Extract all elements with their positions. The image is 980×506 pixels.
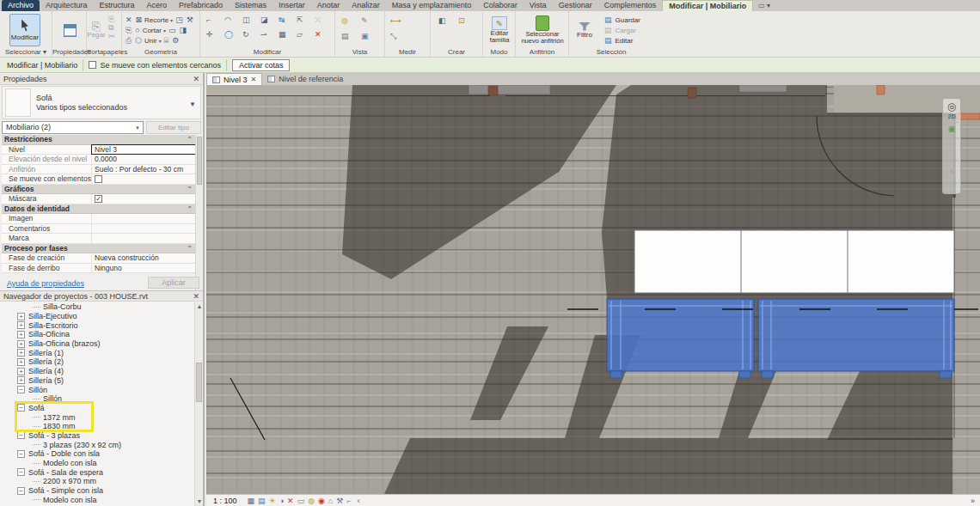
dropdown-caret-icon[interactable]: ▾ <box>170 17 173 23</box>
rotate-icon[interactable]: ↻ <box>242 30 260 45</box>
tree-item-3-plazas-230-x-92-cm[interactable]: 3 plazas (230 x 92 cm) <box>0 440 194 449</box>
ribbon-tab-prefabricado[interactable]: Prefabricado <box>173 0 229 11</box>
prop-value-máscara[interactable]: ✓ <box>92 194 196 204</box>
ribbon-tab-arquitectura[interactable]: Arquitectura <box>40 0 94 11</box>
tree-item-silla-corbu[interactable]: Silla-Corbu <box>0 302 194 312</box>
view-tab-nivel-de-referencia[interactable]: Nivel de referencia <box>262 73 348 85</box>
collapse-icon[interactable]: − <box>17 404 25 412</box>
cutaway-icon[interactable]: ▤ <box>340 32 360 47</box>
geo-icon[interactable]: ⎘ <box>125 26 132 34</box>
tree-item-silla-oficina-brazos[interactable]: +Silla-Oficina (brazos) <box>0 339 194 349</box>
tree-item-sofá-3-plazas[interactable]: −Sofá - 3 plazas <box>0 431 194 441</box>
ribbon-display-toggle-icon[interactable]: ▭ ▾ <box>758 0 770 11</box>
ribbon-tab-complementos[interactable]: Complementos <box>598 0 663 11</box>
prop-group-gráficos[interactable]: Gráficos⌃ <box>2 185 196 195</box>
prop-checkbox-máscara[interactable]: ✓ <box>95 195 102 203</box>
table-elements[interactable] <box>634 230 954 293</box>
selected-sofa-right[interactable] <box>758 299 954 378</box>
prop-value-anfitrión[interactable]: Suelo : Por defecto - 30 cm <box>92 165 196 174</box>
unpin-icon[interactable]: ⤫ <box>314 15 332 30</box>
delete-icon[interactable]: ✕ <box>314 30 332 45</box>
ribbon-tab-anotar[interactable]: Anotar <box>311 0 346 11</box>
expand-icon[interactable]: + <box>17 340 25 348</box>
constraints-icon[interactable]: ⌐ <box>346 497 351 505</box>
view-properties-icon[interactable]: ⌂ <box>328 497 333 505</box>
ribbon-tab-estructura[interactable]: Estructura <box>94 0 141 11</box>
array-icon[interactable]: ▦ <box>278 30 296 45</box>
modificar-button[interactable]: Modificar <box>9 14 40 46</box>
browser-header[interactable]: Navegador de proyectos - 003 HOUSE.rvt ✕ <box>0 290 203 302</box>
tree-item-silla-escritorio[interactable]: +Silla-Escritorio <box>0 320 194 330</box>
cortar-button[interactable]: Cortar <box>143 27 162 34</box>
prop-value-elevación-desde-el-nivel[interactable]: 0.0000 <box>92 155 196 164</box>
dropdown-caret-icon[interactable]: ▾ <box>163 27 166 34</box>
prop-value-comentarios[interactable] <box>92 224 196 234</box>
scale-icon[interactable]: ▱ <box>296 30 314 45</box>
ribbon-tab-modificar-mobiliario[interactable]: Modificar | Mobiliario <box>662 0 753 11</box>
collapse-icon[interactable]: − <box>17 386 25 393</box>
properties-scroll-thumb[interactable] <box>197 137 202 185</box>
tree-item-silla-oficina[interactable]: +Silla-Oficina <box>0 330 194 339</box>
tree-item-sofá-simple-con-isla[interactable]: −Sofá - Simple con isla <box>0 486 194 496</box>
geo-icon[interactable]: ⬡ <box>134 36 143 45</box>
tree-item-sofá-doble-con-isla[interactable]: −Sofá - Doble con isla <box>0 449 194 459</box>
tree-item-sillería-4[interactable]: +Sillería (4) <box>0 367 194 376</box>
tree-item-sillería-1[interactable]: +Sillería (1) <box>0 348 194 357</box>
geo-icon[interactable]: ⎙ <box>125 36 132 45</box>
lightbulb-icon[interactable]: ◍ <box>340 16 360 32</box>
activar-cotas-button[interactable]: Activar cotas <box>232 59 291 71</box>
nuevo-anfitrion-button[interactable]: Seleccionar nuevo anfitrión <box>520 14 565 46</box>
split-icon[interactable]: ⇱ <box>296 15 314 30</box>
linework-icon[interactable]: ✎ <box>360 16 380 32</box>
scroll-up-icon[interactable]: ▲ <box>195 302 204 311</box>
cargar-seleccion-button[interactable]: ▤Cargar <box>603 25 652 35</box>
ribbon-tab-masa-y-emplazamiento[interactable]: Masa y emplazamiento <box>386 0 478 11</box>
tree-item-1372-mm[interactable]: 1372 mm <box>0 412 194 422</box>
view-tab-close-icon[interactable]: ✕ <box>251 76 257 83</box>
ribbon-tab-sistemas[interactable]: Sistemas <box>229 0 273 11</box>
apply-button[interactable]: Aplicar <box>148 277 199 289</box>
editar-tipo-button[interactable]: Editar tipo <box>146 121 201 134</box>
mirror-axis-icon[interactable]: ◫ <box>242 15 260 30</box>
steering-wheel-icon[interactable]: ◎ <box>947 101 956 112</box>
browser-scrollbar[interactable]: ▲ ▼ <box>194 302 203 506</box>
move-icon[interactable]: ✛ <box>205 30 224 45</box>
trim-icon[interactable]: ⇀ <box>260 30 278 45</box>
scale-button[interactable]: 1 : 100 <box>213 497 237 505</box>
element-filter-combo[interactable]: Mobiliario (2) ▼ <box>2 121 144 134</box>
ribbon-tab-vista[interactable]: Vista <box>524 0 553 11</box>
geo-icon[interactable]: ⚒ <box>186 15 194 24</box>
selected-sofa-left[interactable] <box>607 299 754 378</box>
geo-icon[interactable]: ▭ <box>168 26 177 34</box>
editar-seleccion-button[interactable]: ▤Editar <box>603 35 652 46</box>
clipboard-icon-1[interactable]: ⧉ <box>107 23 114 32</box>
geo-icon[interactable]: ○ <box>134 26 140 34</box>
properties-header[interactable]: Propiedades ✕ <box>0 74 203 85</box>
moves-with-nearby-checkbox[interactable] <box>89 61 96 69</box>
expand-icon[interactable]: + <box>17 321 25 329</box>
ruler-icon[interactable]: ⟷ <box>389 16 419 32</box>
scroll-down-icon[interactable]: ▼ <box>195 497 204 506</box>
prop-value-nivel[interactable]: Nivel 3 <box>92 145 196 155</box>
collapse-icon[interactable]: − <box>17 468 25 476</box>
tree-item-1830-mm[interactable]: 1830 mm <box>0 422 194 431</box>
collapse-bar-icon[interactable]: ‹ <box>358 497 360 505</box>
detail-level-icon[interactable]: ▦ <box>248 497 255 505</box>
tree-item-2200-x-970-mm[interactable]: 2200 x 970 mm <box>0 477 194 486</box>
browser-scroll-thumb[interactable] <box>196 363 202 402</box>
prop-value-imagen[interactable] <box>92 214 196 223</box>
drawing-viewport[interactable]: ◎ 2D ▣ ▫ <box>206 85 980 494</box>
collapse-icon[interactable]: − <box>17 487 25 495</box>
ribbon-tab-archivo[interactable]: Archivo <box>2 0 40 11</box>
filtro-button[interactable]: Filtro <box>571 14 598 46</box>
model-line[interactable] <box>230 378 265 440</box>
ribbon-tab-colaborar[interactable]: Colaborar <box>477 0 524 11</box>
assembly-icon[interactable]: ⊡ <box>457 16 477 32</box>
sun-path-icon[interactable]: ☀ <box>269 497 276 505</box>
prop-value-se-mueve-con-elementos-cercanos[interactable] <box>92 174 196 184</box>
reveal-hidden-icon[interactable]: ◉ <box>318 497 325 505</box>
measure-icon[interactable]: ⤡ <box>389 32 419 47</box>
collapse-icon[interactable]: − <box>17 450 25 458</box>
geo-icon[interactable]: ⚙ <box>171 36 180 45</box>
prop-group-restricciones[interactable]: Restricciones⌃ <box>2 135 196 145</box>
